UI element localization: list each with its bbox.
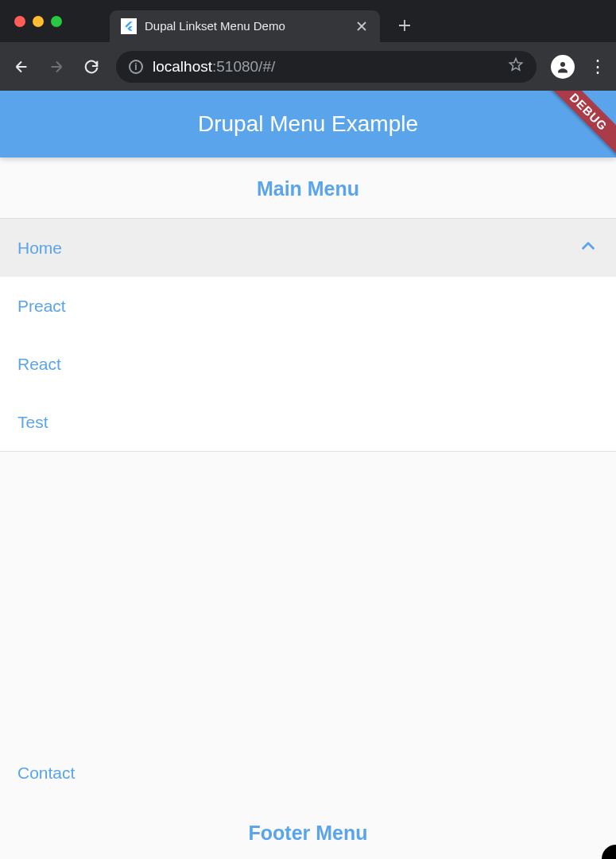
reload-button[interactable] (81, 56, 102, 77)
menu-item-home[interactable]: Home (0, 219, 616, 277)
forward-button[interactable] (46, 56, 67, 77)
browser-tab[interactable]: Dupal Linkset Menu Demo (110, 10, 380, 42)
menu-item-react[interactable]: React (0, 335, 616, 393)
flutter-favicon-icon (121, 18, 137, 34)
footer-section: Contact Footer Menu (0, 744, 616, 859)
main-menu-heading: Main Menu (0, 157, 616, 218)
maximize-window-button[interactable] (51, 16, 62, 27)
site-info-icon[interactable]: i (129, 60, 143, 74)
new-tab-button[interactable] (393, 14, 416, 37)
menu-item-label: React (17, 355, 61, 374)
menu-item-label: Home (17, 239, 62, 258)
close-tab-icon[interactable] (354, 19, 369, 33)
menu-item-label: Preact (17, 297, 66, 316)
titlebar: Dupal Linkset Menu Demo (0, 0, 616, 42)
browser-toolbar: i localhost:51080/#/ ⋮ (0, 42, 616, 91)
bookmark-star-icon[interactable] (508, 56, 524, 76)
tab-title: Dupal Linkset Menu Demo (145, 19, 347, 33)
debug-banner: DEBUG (534, 91, 616, 166)
minimize-window-button[interactable] (33, 16, 44, 27)
app-title: Drupal Menu Example (198, 111, 418, 137)
menu-item-test[interactable]: Test (0, 393, 616, 451)
kebab-menu-icon[interactable]: ⋮ (589, 56, 605, 77)
main-menu-list: Home Preact React Test (0, 218, 616, 452)
address-bar[interactable]: i localhost:51080/#/ (116, 51, 537, 83)
menu-item-label: Contact (17, 764, 75, 783)
browser-chrome: Dupal Linkset Menu Demo i localhost:5108… (0, 0, 616, 91)
svg-point-0 (560, 62, 565, 67)
menu-item-contact[interactable]: Contact (0, 744, 616, 802)
app-viewport: Drupal Menu Example DEBUG Main Menu Home… (0, 91, 616, 859)
footer-menu-heading: Footer Menu (0, 802, 616, 859)
back-button[interactable] (11, 56, 32, 77)
close-window-button[interactable] (14, 16, 25, 27)
menu-item-label: Test (17, 413, 48, 432)
chevron-up-icon[interactable] (578, 235, 599, 260)
window-controls (14, 16, 62, 27)
app-bar: Drupal Menu Example DEBUG (0, 91, 616, 157)
menu-item-preact[interactable]: Preact (0, 277, 616, 335)
url-text: localhost:51080/#/ (153, 58, 498, 76)
profile-icon[interactable] (551, 55, 575, 79)
